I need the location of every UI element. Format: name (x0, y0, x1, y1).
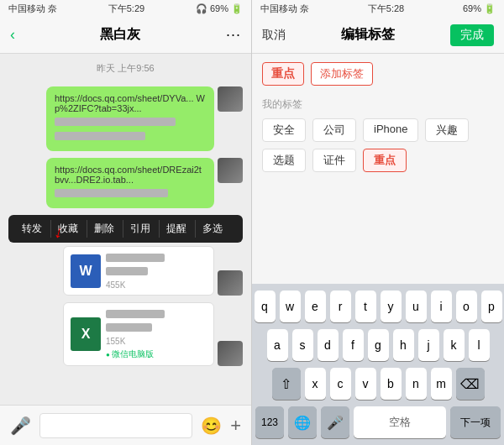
excel-icon: X (71, 317, 101, 351)
tag-item-安全[interactable]: 安全 (262, 118, 306, 142)
right-battery: 69% 🔋 (463, 3, 496, 14)
key-a[interactable]: a (267, 329, 288, 361)
file-info-2: 155K ● 微信电脑版 (106, 308, 207, 360)
space-key[interactable]: 空格 (354, 406, 446, 438)
bubble2-text: https://docs.qq.com/sheet/DREzai2tbvv...… (55, 165, 206, 185)
key-u[interactable]: u (406, 291, 427, 322)
key-c[interactable]: c (330, 368, 351, 400)
edit-tags-title: 编辑标签 (341, 26, 395, 44)
avatar-3 (218, 270, 243, 296)
avatar-2 (218, 158, 243, 183)
key-q[interactable]: q (255, 291, 276, 322)
key-d[interactable]: d (318, 329, 339, 361)
my-tags-label: 我的标签 (262, 97, 494, 112)
menu-quote[interactable]: 引用 (123, 220, 157, 238)
key-j[interactable]: j (418, 329, 439, 361)
menu-remind[interactable]: 提醒 (159, 220, 193, 238)
tag-item-证件[interactable]: 证件 (312, 149, 356, 172)
bubble1-text: https://docs.qq.com/sheet/DYVa... Wp%2ZI… (55, 93, 206, 113)
keyboard-row-2: a s d f g h j k l (255, 329, 501, 361)
done-button[interactable]: 完成 (450, 24, 494, 46)
key-e[interactable]: e (305, 291, 326, 322)
file-section-1: 转发 收藏 删除 引用 提醒 多选 ↓ W (8, 215, 243, 296)
tag-item-iPhone[interactable]: iPhone (363, 118, 418, 142)
file-row-1: ↓ W 455K (8, 246, 243, 296)
tags-list: 安全 公司 iPhone 兴趣 选题 证件 重点 (262, 118, 494, 172)
key-r[interactable]: r (330, 291, 351, 322)
avatar-4 (218, 341, 243, 366)
keyboard-row-1: q w e r t y u i o p (255, 291, 501, 322)
shift-key[interactable]: ⇧ (272, 368, 301, 400)
key-h[interactable]: h (393, 329, 414, 361)
key-b[interactable]: b (381, 368, 402, 400)
message-bubble-1: https://docs.qq.com/sheet/DYVa... Wp%2ZI… (46, 86, 214, 151)
message-bubble-2: https://docs.qq.com/sheet/DREzai2tbvv...… (46, 158, 214, 208)
mic-key[interactable]: 🎤 (321, 406, 349, 438)
left-battery: 🎧 69% 🔋 (196, 3, 243, 14)
file-name-2 (106, 308, 207, 335)
file-row-2: X 155K ● 微信电脑版 (8, 302, 243, 366)
key-v[interactable]: v (355, 368, 376, 400)
key-i[interactable]: i (431, 291, 452, 322)
key-f[interactable]: f (343, 329, 364, 361)
key-l[interactable]: l (469, 329, 490, 361)
file-info-1: 455K (106, 252, 207, 290)
file-size-1: 455K (106, 280, 207, 290)
left-carrier: 中国移动 奈 (8, 3, 57, 15)
right-panel: 中国移动 奈 下午5:28 69% 🔋 取消 编辑标签 完成 重点 添加标签 我… (252, 0, 504, 445)
keyboard-row-3: ⇧ x c v b n m ⌫ (255, 368, 501, 400)
key-w[interactable]: w (280, 291, 301, 322)
keyboard: q w e r t y u i o p a s d f g h j k l ⇧ … (252, 284, 504, 445)
key-p[interactable]: p (481, 291, 502, 322)
tag-item-兴趣[interactable]: 兴趣 (425, 118, 469, 142)
add-tag-button[interactable]: 添加标签 (311, 62, 373, 86)
next-key[interactable]: 下一项 (450, 406, 501, 438)
right-time: 下午5:28 (368, 3, 404, 15)
key-o[interactable]: o (456, 291, 477, 322)
context-menu: 转发 收藏 删除 引用 提醒 多选 (8, 215, 243, 243)
tag-input-row: 重点 添加标签 (262, 62, 494, 86)
file-bubble-1: W 455K (63, 246, 214, 296)
emoji-icon[interactable]: 😊 (201, 416, 222, 436)
key-g[interactable]: g (368, 329, 389, 361)
tag-item-重点[interactable]: 重点 (363, 149, 407, 172)
file-name-1 (106, 252, 207, 279)
key-t[interactable]: t (355, 291, 376, 322)
num-key[interactable]: 123 (255, 406, 284, 438)
key-s[interactable]: s (292, 329, 313, 361)
chat-title: 黑白灰 (100, 26, 140, 44)
left-header: ‹ 黑白灰 ··· (0, 17, 251, 54)
word-icon: W (71, 254, 101, 288)
key-x[interactable]: x (305, 368, 326, 400)
key-k[interactable]: k (444, 329, 465, 361)
keyboard-row-4: 123 🌐 🎤 空格 下一项 (255, 406, 501, 438)
chat-input[interactable] (39, 413, 192, 438)
left-panel: 中国移动 奈 下午5:29 🎧 69% 🔋 ‹ 黑白灰 ··· 昨天 上午9:5… (0, 0, 252, 445)
menu-forward[interactable]: 转发 (15, 220, 49, 238)
key-m[interactable]: m (431, 368, 452, 400)
tag-item-公司[interactable]: 公司 (312, 118, 356, 142)
chat-timestamp: 昨天 上午9:56 (8, 59, 243, 80)
file-size-2: 155K (106, 337, 207, 346)
right-carrier: 中国移动 奈 (260, 3, 309, 15)
menu-collect[interactable]: 收藏 (50, 220, 85, 238)
tag-item-选题[interactable]: 选题 (262, 149, 306, 172)
cancel-button[interactable]: 取消 (262, 28, 286, 43)
voice-icon[interactable]: 🎤 (10, 416, 31, 436)
key-y[interactable]: y (381, 291, 402, 322)
key-n[interactable]: n (406, 368, 427, 400)
current-tag: 重点 (262, 62, 304, 86)
tags-section: 重点 添加标签 我的标签 安全 公司 iPhone 兴趣 选题 证件 重点 (252, 54, 504, 284)
delete-key[interactable]: ⌫ (456, 368, 485, 400)
more-button[interactable]: ··· (226, 26, 241, 44)
chat-bottom-bar: 🎤 😊 + (0, 405, 251, 445)
right-header: 取消 编辑标签 完成 (252, 17, 504, 54)
message-row-2: https://docs.qq.com/sheet/DREzai2tbvv...… (8, 158, 243, 208)
emoji-key[interactable]: 🌐 (288, 406, 317, 438)
left-time: 下午5:29 (108, 3, 144, 15)
menu-multiselect[interactable]: 多选 (195, 220, 229, 238)
menu-delete[interactable]: 删除 (87, 220, 121, 238)
back-button[interactable]: ‹ (10, 26, 15, 44)
file-bubble-2: X 155K ● 微信电脑版 (63, 302, 214, 366)
add-icon[interactable]: + (230, 415, 241, 437)
